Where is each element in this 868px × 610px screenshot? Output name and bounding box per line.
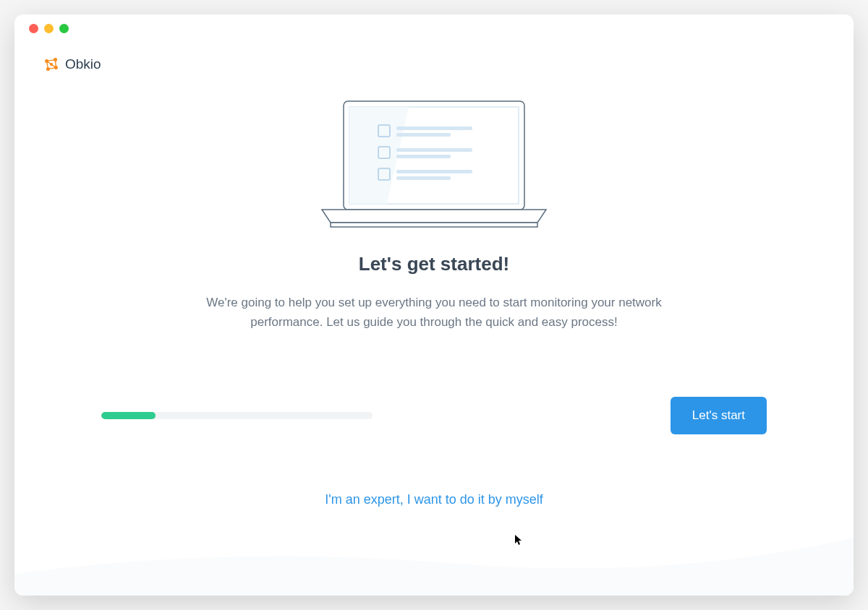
progress-fill — [101, 412, 156, 419]
brand-name: Obkio — [65, 56, 101, 72]
mouse-cursor-icon — [515, 535, 524, 546]
svg-rect-16 — [396, 133, 451, 137]
svg-rect-21 — [396, 170, 472, 173]
brand-logo-icon — [43, 56, 59, 72]
app-header: Obkio — [14, 42, 854, 72]
onboarding-title: Let's get started! — [58, 253, 810, 275]
lets-start-button[interactable]: Let's start — [671, 397, 767, 434]
svg-rect-19 — [396, 155, 451, 158]
laptop-illustration-icon — [315, 94, 553, 231]
onboarding-progress-bar — [101, 412, 373, 419]
svg-line-6 — [56, 60, 56, 68]
onboarding-content: Let's get started! We're going to help y… — [14, 72, 854, 536]
svg-rect-22 — [396, 176, 451, 180]
action-row: Let's start — [58, 397, 810, 434]
app-window: Obkio Let's get st — [14, 14, 854, 596]
minimize-window-button[interactable] — [44, 24, 54, 33]
window-titlebar — [14, 14, 854, 42]
svg-rect-15 — [396, 126, 472, 130]
skip-onboarding-link[interactable]: I'm an expert, I want to do it by myself — [325, 492, 543, 507]
maximize-window-button[interactable] — [59, 24, 69, 33]
svg-rect-24 — [331, 223, 537, 227]
close-window-button[interactable] — [29, 24, 38, 33]
svg-rect-18 — [396, 148, 472, 152]
onboarding-description: We're going to help you set up everythin… — [181, 293, 687, 332]
